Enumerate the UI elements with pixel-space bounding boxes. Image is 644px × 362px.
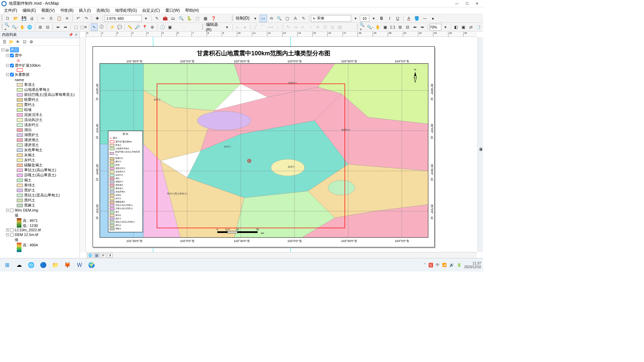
layout-zoomout-button[interactable]: 🔍- (367, 23, 374, 31)
options-icon[interactable]: ⚙ (28, 39, 34, 45)
tray-network-icon[interactable]: 📶 (442, 263, 447, 267)
toolbox-button[interactable]: 🧰 (161, 15, 169, 22)
layer-checkbox[interactable] (10, 208, 14, 212)
soil-class-row[interactable]: 灰色草甸土 (1, 147, 79, 153)
menu-geoprocessing[interactable]: 地理处理(G) (112, 7, 140, 14)
find-button[interactable]: 🔎 (134, 23, 141, 31)
soil-class-row[interactable]: 淡灰钙土 (1, 122, 79, 127)
layout-whole-button[interactable]: ▣ (382, 23, 389, 31)
taskbar-chrome[interactable]: 🌐 (26, 260, 36, 270)
soil-class-row[interactable]: 灰褐土 (1, 153, 79, 158)
soil-class-row[interactable]: 黑毡土(亚高山草甸土) (1, 193, 79, 198)
toggle-draft-button[interactable]: ◧ (452, 23, 459, 31)
html-popup-button[interactable]: 💬 (116, 23, 123, 31)
soil-class-row[interactable]: 褐土 (1, 178, 79, 183)
font-color-button[interactable]: A (405, 15, 413, 22)
select-element-button[interactable]: ▭ (260, 15, 267, 22)
zoomout-button[interactable]: 🔍- (11, 23, 18, 31)
layer-item[interactable]: + LC10m_2022.tif (1, 228, 79, 232)
paste-button[interactable]: 📋 (55, 15, 63, 22)
split-button[interactable]: ⑂ (307, 23, 314, 31)
layer-checkbox[interactable] (10, 228, 14, 232)
edit-vertices-button[interactable]: ✎ (300, 15, 307, 22)
expand-icon[interactable]: − (6, 54, 9, 57)
expand-icon[interactable]: − (1, 48, 4, 51)
focus-dataframe-button[interactable]: ▣ (460, 23, 467, 31)
toolbar-grip[interactable] (1, 24, 3, 30)
layer-checkbox[interactable] (10, 233, 14, 237)
taskbar-explorer[interactable]: 📁 (50, 260, 60, 270)
map-legend[interactable]: 图 例 ◎震中 震中扩展100km 寒漠土山地灌丛草甸土斑毡巴嘎土(亚高山草甸草… (108, 131, 143, 232)
menu-edit[interactable]: 编辑(E) (20, 7, 39, 14)
toc-close-icon[interactable]: ✕ (75, 33, 77, 37)
reshape-button[interactable]: ↝ (292, 23, 299, 31)
soil-class-row[interactable]: 泥炭沼泽土 (1, 112, 79, 117)
tray-battery-icon[interactable]: 🔋 (457, 263, 462, 267)
layer-checkbox[interactable] (10, 54, 14, 57)
expand-icon[interactable]: − (6, 209, 9, 212)
layer-item[interactable]: − 震中 (1, 53, 79, 58)
editor-dropdown-icon[interactable]: ▾ (224, 23, 230, 31)
menu-view[interactable]: 视图(V) (39, 7, 57, 14)
layout-zoomin-button[interactable]: 🔍+ (359, 23, 366, 31)
tray-ime-icon[interactable]: S (429, 263, 433, 267)
draw-label[interactable]: 绘制(D) (234, 15, 251, 21)
print-button[interactable]: 🖨 (28, 15, 36, 22)
menu-help[interactable]: 帮助(H) (182, 7, 202, 14)
soil-class-row[interactable]: 寒漠土 (1, 82, 79, 87)
expand-icon[interactable]: − (6, 233, 9, 236)
minimize-button[interactable]: — (452, 1, 462, 7)
layout-canvas[interactable]: 甘肃积石山地震震中100km范围内土壤类型分布图 101°30'0"东102°0… (86, 37, 477, 252)
zoomin-button[interactable]: 🔍+ (4, 23, 11, 31)
refresh-button[interactable]: ⟳ (101, 253, 106, 258)
soil-class-row[interactable]: 湖黑炉土 (1, 132, 79, 137)
soil-class-row[interactable]: 草毡土(高山草甸土) (1, 168, 79, 173)
identify-button[interactable]: ⓘ (98, 23, 105, 31)
cut-polygons-button[interactable]: ✂ (300, 23, 306, 31)
layout-100-button[interactable]: 1:1 (389, 23, 396, 31)
catalog-tab[interactable]: 目录 (478, 37, 483, 252)
soil-class-row[interactable]: 暗栗钙土 (1, 97, 79, 102)
data-view-button[interactable]: 🌐 (87, 253, 93, 258)
layout-fwd-button[interactable]: ➡ (419, 23, 426, 31)
create-viewer-button[interactable]: ▣ (167, 23, 173, 31)
layer-label[interactable]: 震中扩展100km (15, 63, 41, 68)
layer-item[interactable]: − 90m DEM.img (1, 208, 79, 213)
toc-root-label[interactable]: 图层 (10, 47, 19, 52)
tray-clock[interactable]: 11:37 2023/12/10 (464, 261, 481, 269)
taskbar-firefox[interactable]: 🦊 (62, 260, 72, 270)
fixed-zoomin-button[interactable]: ⊞ (37, 23, 44, 31)
layout-view-button[interactable]: ▤ (94, 253, 99, 258)
font-dropdown-icon[interactable]: ▾ (352, 15, 359, 22)
editor-toolbar-button[interactable]: ✎ (153, 15, 161, 22)
list-by-source-icon[interactable]: 📁 (8, 39, 14, 45)
layer-label[interactable]: 90m DEM.img (15, 208, 38, 212)
soil-class-row[interactable]: 黑麻土 (1, 203, 79, 208)
tray-expand-icon[interactable]: ˄ (424, 263, 426, 267)
tray-volume-icon[interactable]: 🔊 (449, 263, 454, 267)
bold-button[interactable]: B (378, 15, 385, 22)
full-extent-button[interactable]: 🌐 (26, 23, 33, 31)
soil-class-row[interactable]: 斑毡巴嘎土(亚高山草甸草原土) (1, 92, 79, 97)
line-color-button[interactable]: — (421, 15, 429, 22)
soil-class-row[interactable]: 流动风沙土 (1, 117, 79, 122)
clear-selection-button[interactable]: ⬚✕ (80, 23, 87, 31)
pause-button[interactable]: ⏸ (107, 253, 113, 258)
scale-input[interactable]: 1:879, 683 (105, 15, 142, 22)
text-button[interactable]: A (292, 15, 299, 22)
toolbar-grip[interactable] (232, 15, 233, 21)
soil-class-row[interactable]: 灰钙土 (1, 158, 79, 163)
new-button[interactable]: 🗋 (4, 15, 11, 22)
map-title[interactable]: 甘肃积石山地震震中100km范围内土壤类型分布图 (93, 49, 434, 57)
save-button[interactable]: 💾 (20, 15, 28, 22)
marker-color-button[interactable]: ● (429, 15, 437, 22)
fontsize-dropdown[interactable]: ▾ (370, 15, 377, 22)
toolbar-grip[interactable] (357, 24, 358, 30)
search-button[interactable]: 🔍 (177, 15, 185, 22)
layer-item[interactable]: − 震中扩展100km (1, 63, 79, 68)
soil-class-row[interactable]: 灌淤澄土 (1, 142, 79, 147)
expand-icon[interactable]: − (6, 73, 9, 76)
layer-label[interactable]: 震中 (15, 53, 22, 58)
soil-class-row[interactable]: 黑炉土 (1, 188, 79, 193)
straight-segment-button[interactable]: ╱ (252, 23, 259, 31)
